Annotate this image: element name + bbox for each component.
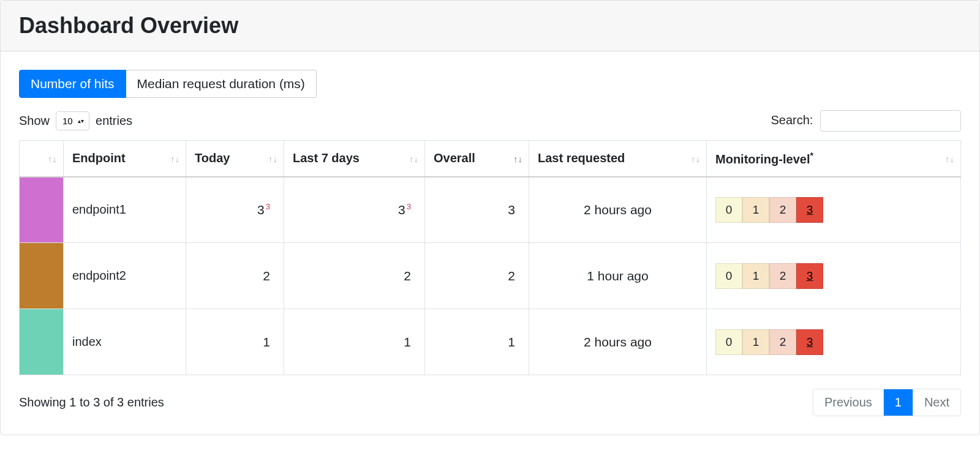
col-overall[interactable]: Overall ↑↓ bbox=[425, 141, 529, 177]
monitoring-level-3-button[interactable]: 3 bbox=[796, 263, 823, 289]
last-requested-cell: 1 hour ago bbox=[529, 243, 707, 309]
table-info: Showing 1 to 3 of 3 entries bbox=[19, 395, 164, 410]
color-swatch-cell[interactable] bbox=[20, 243, 64, 309]
last-requested-cell: 2 hours ago bbox=[529, 177, 707, 243]
search-input[interactable] bbox=[820, 110, 961, 132]
monitoring-level-3-button[interactable]: 3 bbox=[796, 329, 823, 355]
col-monitoring-sup: * bbox=[810, 151, 813, 160]
col-last7[interactable]: Last 7 days ↑↓ bbox=[284, 141, 425, 177]
page-previous-button[interactable]: Previous bbox=[813, 389, 884, 416]
col-monitoring-label: Monitoring-level bbox=[715, 152, 810, 166]
color-swatch-cell[interactable] bbox=[20, 177, 64, 243]
monitoring-level-1-button[interactable]: 1 bbox=[742, 263, 769, 289]
entries-length-control: Show 10 ▴▾ entries bbox=[19, 111, 132, 130]
table-row: index1112 hours ago0123 bbox=[20, 309, 961, 375]
table-top-controls: Show 10 ▴▾ entries Search: bbox=[19, 110, 961, 132]
sort-icon: ↑↓ bbox=[48, 153, 57, 163]
monitoring-level-cell: 0123 bbox=[707, 177, 961, 243]
monitoring-level-group: 0123 bbox=[715, 263, 823, 289]
length-prefix: Show bbox=[19, 114, 50, 128]
table-bottom-controls: Showing 1 to 3 of 3 entries Previous 1 N… bbox=[19, 389, 961, 416]
table-header-row: ↑↓ Endpoint ↑↓ Today ↑↓ Last 7 days ↑↓ bbox=[20, 141, 961, 177]
col-overall-label: Overall bbox=[434, 151, 475, 165]
page-1-button[interactable]: 1 bbox=[884, 389, 913, 416]
col-last-requested[interactable]: Last requested ↑↓ bbox=[529, 141, 707, 177]
sort-icon: ↑↓ bbox=[691, 153, 700, 163]
col-color[interactable]: ↑↓ bbox=[20, 141, 64, 177]
monitoring-level-1-button[interactable]: 1 bbox=[742, 329, 769, 355]
endpoint-cell[interactable]: index bbox=[64, 309, 186, 375]
page-title: Dashboard Overview bbox=[19, 13, 961, 39]
monitoring-level-group: 0123 bbox=[715, 329, 823, 355]
monitoring-level-cell: 0123 bbox=[707, 243, 961, 309]
today-cell: 2 bbox=[186, 243, 284, 309]
monitoring-level-2-button[interactable]: 2 bbox=[769, 197, 796, 223]
color-swatch-cell[interactable] bbox=[20, 309, 64, 375]
search-control: Search: bbox=[771, 110, 962, 132]
last7-cell: 1 bbox=[284, 309, 425, 375]
card-body: Number of hits Median request duration (… bbox=[1, 51, 979, 435]
today-cell: 33 bbox=[186, 177, 284, 243]
endpoint-cell[interactable]: endpoint2 bbox=[64, 243, 186, 309]
length-select[interactable]: 10 bbox=[56, 111, 89, 130]
col-endpoint[interactable]: Endpoint ↑↓ bbox=[64, 141, 186, 177]
monitoring-level-cell: 0123 bbox=[707, 309, 961, 375]
monitoring-level-3-button[interactable]: 3 bbox=[796, 197, 823, 223]
length-suffix: entries bbox=[96, 114, 132, 128]
tab-median-duration[interactable]: Median request duration (ms) bbox=[126, 70, 317, 98]
monitoring-level-2-button[interactable]: 2 bbox=[769, 329, 796, 355]
overall-cell: 3 bbox=[425, 177, 529, 243]
table-body: endpoint1333332 hours ago0123endpoint222… bbox=[20, 177, 961, 375]
monitoring-level-1-button[interactable]: 1 bbox=[742, 197, 769, 223]
last7-cell: 2 bbox=[284, 243, 425, 309]
today-cell: 1 bbox=[186, 309, 284, 375]
metric-tabs: Number of hits Median request duration (… bbox=[19, 70, 961, 98]
table-row: endpoint22221 hour ago0123 bbox=[20, 243, 961, 309]
today-extra: 3 bbox=[266, 202, 270, 211]
search-label: Search: bbox=[771, 113, 813, 127]
overall-cell: 1 bbox=[425, 309, 529, 375]
last7-extra: 3 bbox=[407, 202, 411, 211]
color-swatch bbox=[20, 309, 63, 375]
color-swatch bbox=[20, 243, 63, 309]
col-last7-label: Last 7 days bbox=[293, 151, 360, 165]
last-requested-cell: 2 hours ago bbox=[529, 309, 707, 375]
col-today-label: Today bbox=[195, 151, 230, 165]
monitoring-level-0-button[interactable]: 0 bbox=[715, 263, 742, 289]
last7-cell: 33 bbox=[284, 177, 425, 243]
monitoring-level-group: 0123 bbox=[715, 197, 823, 223]
endpoints-table: ↑↓ Endpoint ↑↓ Today ↑↓ Last 7 days ↑↓ bbox=[19, 140, 961, 375]
col-today[interactable]: Today ↑↓ bbox=[186, 141, 284, 177]
length-select-wrap: 10 ▴▾ bbox=[56, 111, 89, 130]
card-header: Dashboard Overview bbox=[1, 1, 979, 51]
sort-icon: ↑↓ bbox=[268, 153, 277, 163]
monitoring-level-0-button[interactable]: 0 bbox=[715, 329, 742, 355]
dashboard-card: Dashboard Overview Number of hits Median… bbox=[0, 0, 980, 435]
monitoring-level-0-button[interactable]: 0 bbox=[715, 197, 742, 223]
pagination: Previous 1 Next bbox=[813, 389, 961, 416]
sort-icon: ↑↓ bbox=[170, 153, 179, 163]
table-row: endpoint1333332 hours ago0123 bbox=[20, 177, 961, 243]
sort-desc-icon: ↑↓ bbox=[513, 153, 522, 163]
col-last-requested-label: Last requested bbox=[538, 151, 625, 165]
monitoring-level-2-button[interactable]: 2 bbox=[769, 263, 796, 289]
sort-icon: ↑↓ bbox=[409, 153, 418, 163]
page-next-button[interactable]: Next bbox=[913, 389, 960, 416]
tab-number-of-hits[interactable]: Number of hits bbox=[19, 70, 126, 98]
overall-cell: 2 bbox=[425, 243, 529, 309]
sort-icon: ↑↓ bbox=[945, 153, 954, 163]
color-swatch bbox=[20, 178, 63, 243]
col-monitoring-level[interactable]: Monitoring-level* ↑↓ bbox=[707, 141, 961, 177]
col-endpoint-label: Endpoint bbox=[72, 151, 126, 165]
endpoint-cell[interactable]: endpoint1 bbox=[64, 177, 186, 243]
